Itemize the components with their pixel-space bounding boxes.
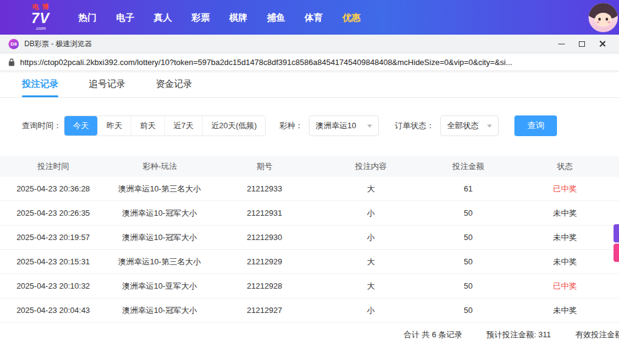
- search-button[interactable]: 查询: [514, 115, 557, 136]
- cell-status: 未中奖: [511, 232, 619, 243]
- time-option-2[interactable]: 昨天: [97, 116, 131, 136]
- site-header: 电博 7V .com 热门电子真人彩票棋牌捕鱼体育优惠: [0, 0, 619, 35]
- order-status-select[interactable]: 全部状态: [440, 115, 499, 136]
- time-option-5[interactable]: 近20天(低频): [202, 116, 265, 136]
- cell-amount: 61: [426, 184, 511, 193]
- cell-game: 澳洲幸运10-第三名大小: [106, 184, 213, 194]
- cell-content: 小: [316, 208, 426, 219]
- site-logo[interactable]: 电博 7V .com: [29, 4, 52, 31]
- cell-amount: 50: [426, 233, 511, 242]
- column-header: 投注内容: [316, 161, 426, 172]
- cell-game: 澳洲幸运10-冠军大小: [106, 305, 213, 316]
- time-filter-label: 查询时间：: [22, 120, 61, 131]
- floating-widget-button[interactable]: [614, 224, 619, 242]
- cell-issue: 21212928: [213, 281, 316, 290]
- cell-issue: 21212929: [213, 257, 316, 266]
- nav-item-4[interactable]: 彩票: [182, 0, 220, 35]
- nav-item-3[interactable]: 真人: [144, 0, 182, 35]
- table-summary: 合计 共 6 条记录 预计投注金额: 311 有效投注金额: [0, 323, 619, 347]
- cell-time: 2025-04-23 20:36:28: [0, 184, 106, 193]
- table-row: 2025-04-23 20:15:31澳洲幸运10-第三名大小21212929大…: [0, 250, 619, 274]
- cell-amount: 50: [426, 306, 511, 315]
- lottery-type-select[interactable]: 澳洲幸运10: [309, 115, 379, 136]
- table-row: 2025-04-23 20:19:57澳洲幸运10-冠军大小21212930小5…: [0, 225, 619, 250]
- user-avatar[interactable]: [589, 3, 618, 32]
- summary-expected-amount: 预计投注金额: 311: [486, 329, 551, 340]
- cell-status: 未中奖: [511, 305, 619, 316]
- close-button[interactable]: [592, 35, 613, 53]
- cell-time: 2025-04-23 20:10:32: [0, 281, 106, 290]
- lottery-type-value: 澳洲幸运10: [316, 120, 356, 131]
- column-header: 投注金额: [426, 161, 511, 172]
- address-url[interactable]: https://ctop02pcali.2kbxi392.com/lottery…: [20, 58, 512, 67]
- time-option-4[interactable]: 近7天: [164, 116, 202, 136]
- cell-issue: 21212930: [213, 233, 316, 242]
- cell-issue: 21212927: [213, 306, 316, 315]
- bet-records-table: 投注时间彩种-玩法期号投注内容投注金额状态 2025-04-23 20:36:2…: [0, 156, 619, 347]
- cell-content: 大: [316, 256, 426, 267]
- cell-issue: 21212931: [213, 208, 316, 218]
- window-controls: [551, 35, 613, 53]
- table-row: 2025-04-23 20:36:28澳洲幸运10-第三名大小21212933大…: [0, 177, 619, 201]
- logo-sub-text: .com: [35, 26, 46, 31]
- chevron-down-icon: [367, 125, 372, 128]
- column-header: 状态: [511, 161, 619, 172]
- nav-item-2[interactable]: 电子: [106, 0, 144, 35]
- cell-time: 2025-04-23 20:04:43: [0, 306, 106, 315]
- avatar-eye: [606, 18, 608, 21]
- summary-count: 合计 共 6 条记录: [404, 329, 462, 340]
- floating-widget[interactable]: [614, 224, 619, 262]
- cell-game: 澳洲幸运10-亚军大小: [106, 281, 213, 292]
- filter-bar: 查询时间： 今天昨天前天近7天近20天(低频) 彩种： 澳洲幸运10 订单状态：…: [0, 115, 619, 137]
- record-tabs: 投注记录追号记录资金记录: [0, 71, 619, 98]
- nav-item-8[interactable]: 优惠: [333, 0, 370, 35]
- nav-item-7[interactable]: 体育: [295, 0, 333, 35]
- table-row: 2025-04-23 20:26:35澳洲幸运10-冠军大小21212931小5…: [0, 201, 619, 225]
- maximize-button[interactable]: [572, 35, 592, 53]
- window-title: DB彩票 - 极速浏览器: [24, 39, 92, 49]
- nav-item-5[interactable]: 棋牌: [220, 0, 257, 35]
- tab-1[interactable]: 投注记录: [22, 71, 58, 97]
- minimize-button[interactable]: [551, 35, 572, 53]
- time-option-1[interactable]: 今天: [64, 116, 97, 136]
- floating-widget-button[interactable]: [614, 244, 619, 262]
- order-status-value: 全部状态: [447, 120, 479, 131]
- lottery-records-page: 投注记录追号记录资金记录 查询时间： 今天昨天前天近7天近20天(低频) 彩种：…: [0, 71, 619, 364]
- order-status-label: 订单状态：: [395, 120, 434, 131]
- table-row: 2025-04-23 20:10:32澳洲幸运10-亚军大小21212928大5…: [0, 274, 619, 298]
- tab-2[interactable]: 追号记录: [89, 71, 125, 97]
- table-body: 2025-04-23 20:36:28澳洲幸运10-第三名大小21212933大…: [0, 177, 619, 323]
- avatar-blush: [597, 21, 600, 23]
- cell-status: 未中奖: [511, 208, 619, 219]
- time-option-3[interactable]: 前天: [131, 116, 164, 136]
- nav-item-1[interactable]: 热门: [69, 0, 106, 35]
- time-filter-group: 今天昨天前天近7天近20天(低频): [64, 115, 266, 136]
- cell-amount: 50: [426, 281, 511, 290]
- cell-content: 小: [316, 232, 426, 243]
- nav-item-6[interactable]: 捕鱼: [257, 0, 295, 35]
- column-header: 投注时间: [0, 161, 106, 172]
- cell-status: 已中奖: [511, 281, 619, 292]
- table-header: 投注时间彩种-玩法期号投注内容投注金额状态: [0, 156, 619, 177]
- logo-main-text: 7V: [31, 12, 49, 26]
- close-icon: [599, 40, 606, 47]
- lock-icon: [9, 58, 15, 66]
- tab-3[interactable]: 资金记录: [156, 71, 192, 97]
- cell-game: 澳洲幸运10-冠军大小: [106, 208, 213, 219]
- main-nav: 热门电子真人彩票棋牌捕鱼体育优惠: [69, 0, 370, 35]
- browser-title-bar: D8 DB彩票 - 极速浏览器: [0, 35, 619, 53]
- minimize-icon: [558, 44, 565, 44]
- cell-time: 2025-04-23 20:26:35: [0, 208, 106, 218]
- column-header: 彩种-玩法: [106, 161, 213, 172]
- cell-status: 未中奖: [511, 256, 619, 267]
- cell-issue: 21212933: [213, 184, 316, 193]
- cell-content: 大: [316, 281, 426, 292]
- cell-time: 2025-04-23 20:15:31: [0, 257, 106, 266]
- cell-amount: 50: [426, 257, 511, 266]
- summary-valid-amount: 有效投注金额: [575, 329, 619, 340]
- chevron-down-icon: [487, 125, 492, 128]
- lottery-type-label: 彩种：: [279, 120, 303, 131]
- table-row: 2025-04-23 20:04:43澳洲幸运10-冠军大小21212927小5…: [0, 298, 619, 323]
- avatar-face: [595, 13, 612, 27]
- logo-top-text: 电博: [29, 4, 52, 10]
